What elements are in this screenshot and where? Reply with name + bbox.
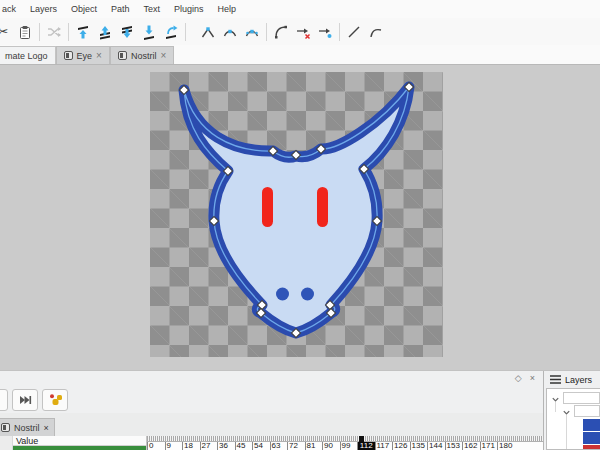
layer-color-swatch[interactable] [583,419,600,431]
frame-label: 90 [322,442,340,450]
record-keyframe-button[interactable] [42,389,68,411]
skip-to-end-button[interactable] [12,389,38,411]
partial-button[interactable] [0,389,8,411]
lower-to-bottom-icon[interactable] [138,21,160,43]
toolbar-separator [185,23,186,41]
layers-tree[interactable] [546,388,600,450]
value-column: Value [13,436,147,450]
tab-label: mate Logo [5,51,48,61]
remove-node-icon[interactable] [292,21,314,43]
hamburger-menu-icon[interactable] [550,375,561,384]
move-layer-icon[interactable] [160,21,182,43]
make-node-smooth-icon[interactable] [219,21,241,43]
tab-eye[interactable]: Eye × [56,46,110,64]
composition-icon [1,423,10,432]
composition-icon [64,51,73,60]
right-eye[interactable] [317,187,328,227]
cut-icon[interactable]: ✂ [0,21,14,43]
tab-label: Nostril [14,423,40,433]
timeline-panel: ◇ × Nostril × [0,371,543,450]
frame-label: 153 [445,442,463,450]
menu-bar: ack Layers Object Path Text Plugins Help [0,0,600,18]
playhead-marker[interactable] [359,436,364,442]
layer-row-field[interactable] [563,392,600,404]
timeline-tab-nostril[interactable]: Nostril × [0,418,55,436]
close-panel-icon[interactable]: × [530,373,535,383]
menu-help[interactable]: Help [211,4,244,14]
close-icon[interactable]: × [160,51,166,60]
ruler-labels[interactable]: 0 9 18 27 36 45 54 63 72 81 90 99 112 11… [147,442,543,450]
toolbar-separator [39,23,40,41]
left-eye[interactable] [262,187,273,227]
keyframe-track[interactable] [13,446,146,450]
frame-label: 180 [497,442,515,450]
tab-label: Nostril [131,51,157,61]
frame-label: 81 [305,442,323,450]
composition-icon [118,51,127,60]
layers-panel-header: Layers [544,371,600,388]
frame-label: 54 [252,442,270,450]
frame-label: 72 [287,442,305,450]
bottom-dock: ◇ × Nostril × [0,370,600,450]
timeline-content: Value 0 9 18 27 36 45 [0,436,543,450]
close-icon[interactable]: × [44,423,49,433]
toolbar-separator [266,23,267,41]
left-nostril[interactable] [276,288,289,301]
frame-label: 36 [217,442,235,450]
layer-row-field[interactable] [574,405,600,417]
layers-panel-title: Layers [565,375,592,385]
timeline-tab-bar: Nostril × [0,413,543,436]
frame-label: 117 [375,442,393,450]
head-shape[interactable] [184,87,409,333]
timeline-panel-header: ◇ × [0,371,543,386]
frame-label: 27 [200,442,218,450]
tab-main-composition[interactable]: mate Logo [0,46,56,64]
menu-plugins[interactable]: Plugins [167,4,211,14]
tab-nostril[interactable]: Nostril × [110,46,174,64]
frame-label: 126 [392,442,410,450]
layers-panel: Layers [543,371,600,450]
frame-label: 144 [427,442,445,450]
frame-label: 135 [410,442,428,450]
frame-ruler[interactable]: 0 9 18 27 36 45 54 63 72 81 90 99 112 11… [147,436,543,450]
menu-layers[interactable]: Layers [23,4,64,14]
make-node-symmetric-icon[interactable] [241,21,263,43]
logo-artwork [0,65,600,370]
frame-label: 9 [165,442,183,450]
menu-path[interactable]: Path [104,4,137,14]
right-nostril[interactable] [301,288,314,301]
menu-text[interactable]: Text [137,4,168,14]
tree-connector [555,402,556,412]
toolbar-separator [68,23,69,41]
menu-playback[interactable]: ack [0,4,23,14]
glaxnimate-window: ack Layers Object Path Text Plugins Help… [0,0,600,450]
current-frame-indicator[interactable]: 112 [357,442,375,450]
shuffle-icon [43,21,65,43]
float-panel-icon[interactable]: ◇ [515,373,522,383]
layer-color-swatch[interactable] [583,432,600,444]
paste-icon[interactable] [14,21,36,43]
composition-tab-bar: mate Logo Eye × Nostril × [0,45,600,65]
make-node-corner-icon[interactable] [197,21,219,43]
menu-object[interactable]: Object [64,4,104,14]
add-node-icon[interactable] [314,21,336,43]
toolbar-separator [339,23,340,41]
straight-segment-icon[interactable] [343,21,365,43]
ruler-ticks[interactable] [147,436,543,442]
frame-label: 45 [235,442,253,450]
close-icon[interactable]: × [96,51,102,60]
raise-to-top-icon[interactable] [72,21,94,43]
frame-label: 171 [480,442,498,450]
curved-segment-icon[interactable] [365,21,387,43]
raise-icon[interactable] [94,21,116,43]
frame-label: 162 [462,442,480,450]
tab-label: Eye [77,51,93,61]
timeline-tree-gutter [0,436,13,450]
canvas-viewport[interactable] [0,65,600,370]
frame-label: 0 [147,442,165,450]
make-segment-curved-icon[interactable] [270,21,292,43]
layer-color-swatch[interactable] [583,445,600,450]
tree-connector [566,415,567,450]
lower-icon[interactable] [116,21,138,43]
timeline-toolbar [0,386,543,414]
